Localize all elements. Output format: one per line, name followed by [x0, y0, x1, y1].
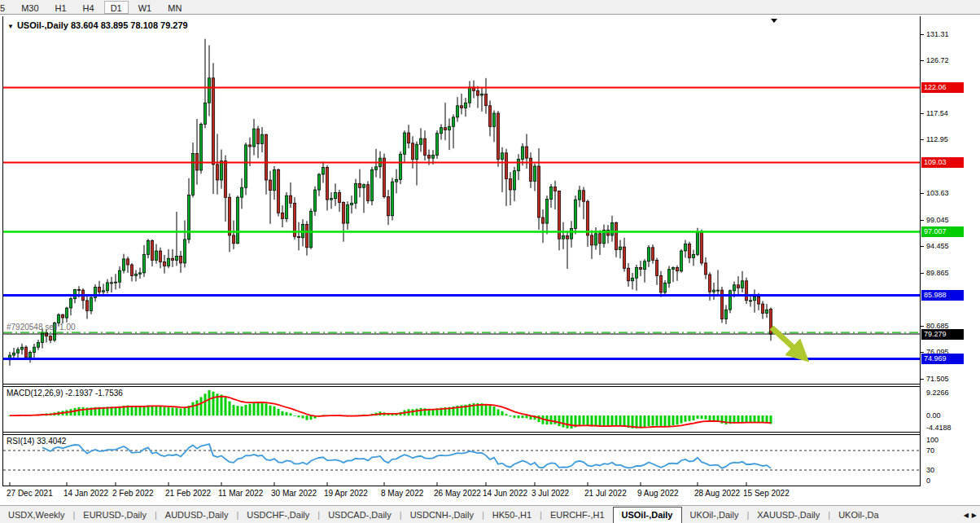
- chart-tab-8[interactable]: USOil-,Daily: [613, 507, 682, 523]
- timeframe-button-w1[interactable]: W1: [132, 1, 159, 14]
- axis-tick: [921, 273, 924, 274]
- rsi-axis-label: 30: [926, 466, 934, 474]
- price-tick-label: 89.865: [926, 269, 949, 277]
- date-tick-label: 21 Feb 2022: [165, 489, 211, 498]
- price-tick-label: 71.505: [926, 375, 949, 383]
- chart-title: ▼USOil-,Daily 83.604 83.895 78.108 79.27…: [7, 20, 188, 30]
- date-tick-label: 8 May 2022: [381, 489, 423, 498]
- date-tick-label: 21 Jul 2022: [584, 489, 627, 498]
- axis-tick: [921, 220, 924, 221]
- price-axis[interactable]: 131.31126.72117.54112.95103.6399.04594.4…: [920, 16, 965, 486]
- tab-scroll-left-icon[interactable]: ◀: [964, 512, 969, 519]
- chart-ohlc-values: 83.604 83.895 78.108 79.279: [71, 20, 188, 30]
- timeframe-button-5[interactable]: 5: [0, 1, 11, 14]
- pane-divider[interactable]: [3, 432, 965, 433]
- main-chart-canvas[interactable]: [3, 16, 920, 384]
- price-level-tag: 109.03: [921, 157, 964, 168]
- pane-divider[interactable]: [3, 384, 965, 385]
- timeframe-button-m30[interactable]: M30: [15, 1, 45, 14]
- axis-tick: [921, 352, 924, 353]
- date-tick-label: 28 Aug 2022: [694, 489, 740, 498]
- chart-tab-10[interactable]: XAUUSD-,Daily: [749, 508, 828, 523]
- chart-tab-0[interactable]: USDX,Weekly: [0, 508, 72, 523]
- macd-indicator-canvas[interactable]: [3, 387, 920, 432]
- macd-axis-label: 0.00: [926, 411, 941, 420]
- rsi-axis-label: 70: [926, 446, 934, 455]
- macd-axis-label: -4.4188: [926, 424, 952, 432]
- price-tick-label: 131.31: [926, 30, 949, 38]
- axis-tick: [921, 113, 924, 114]
- axis-tick: [921, 246, 924, 247]
- timeframe-button-mn[interactable]: MN: [161, 1, 188, 14]
- price-level-tag: 79.279: [921, 329, 964, 340]
- chart-tab-5[interactable]: USDCNH-,Daily: [402, 508, 482, 523]
- chart-tab-7[interactable]: EURCHF-,H1: [542, 508, 613, 523]
- date-tick-label: 3 Jul 2022: [532, 489, 569, 498]
- price-tick-label: 117.54: [926, 109, 948, 117]
- chart-tab-1[interactable]: EURUSD-,Daily: [75, 508, 155, 523]
- chart-tab-4[interactable]: USDCAD-,Daily: [320, 508, 400, 523]
- axis-tick: [921, 139, 924, 140]
- axis-tick: [921, 379, 924, 380]
- date-tick-label: 15 Sep 2022: [743, 489, 790, 498]
- price-tick-label: 94.455: [926, 242, 949, 250]
- date-tick-label: 9 Aug 2022: [637, 489, 679, 498]
- price-tick-label: 112.95: [926, 135, 948, 143]
- date-tick-label: 11 Mar 2022: [218, 489, 263, 498]
- rsi-indicator-canvas[interactable]: [3, 435, 920, 486]
- date-tick-label: 27 Dec 2021: [7, 489, 53, 498]
- timeframe-button-d1[interactable]: D1: [104, 1, 129, 14]
- chart-tab-11[interactable]: UKOil-,Da: [830, 508, 887, 523]
- axis-tick: [921, 326, 924, 327]
- macd-indicator-label: MACD(12,26,9) -2.1937 -1.7536: [7, 389, 123, 398]
- rsi-axis-label: 0: [926, 477, 930, 485]
- rsi-indicator-label: RSI(14) 33.4042: [7, 437, 66, 446]
- price-level-tag: 122.06: [921, 82, 964, 93]
- chart-dropdown-icon[interactable]: ▼: [7, 23, 14, 30]
- price-level-tag: 74.969: [921, 354, 964, 364]
- open-position-label: #7920548 sell 1.00: [7, 323, 76, 332]
- date-tick-label: 19 Apr 2022: [324, 489, 368, 498]
- macd-axis-label: 9.2266: [926, 389, 949, 397]
- chart-tab-6[interactable]: HK50-,H1: [484, 508, 540, 523]
- date-tick-label: 14 Jan 2022: [63, 489, 108, 498]
- axis-tick: [921, 193, 924, 194]
- axis-tick: [921, 60, 924, 61]
- timeframe-button-h4[interactable]: H4: [77, 1, 101, 14]
- time-axis[interactable]: 27 Dec 202114 Jan 20222 Feb 202221 Feb 2…: [3, 487, 920, 502]
- chart-tab-bar: USDX,Weekly|EURUSD-,Daily|AUDUSD-,Daily|…: [0, 505, 980, 523]
- price-level-tag: 85.988: [921, 290, 964, 301]
- chart-tab-3[interactable]: USDCHF-,Daily: [238, 508, 317, 523]
- timeframe-toolbar: 5M30H1H4D1W1MN: [0, 0, 980, 15]
- chart-symbol-label: USOil-,Daily: [17, 20, 68, 30]
- tab-scroll-right-icon[interactable]: ▶: [972, 512, 977, 519]
- date-tick-label: 2 Feb 2022: [112, 489, 154, 498]
- price-level-tag: 97.007: [921, 226, 964, 237]
- chart-shift-icon: [771, 19, 777, 23]
- date-tick-label: 30 Mar 2022: [271, 489, 317, 498]
- window-border-bottom: [2, 486, 965, 486]
- chart-tab-9[interactable]: UKOil-,Daily: [682, 508, 747, 523]
- price-tick-label: 103.63: [926, 189, 949, 197]
- price-tick-label: 99.045: [926, 216, 949, 224]
- chart-tab-2[interactable]: AUDUSD-,Daily: [157, 508, 237, 523]
- timeframe-button-h1[interactable]: H1: [49, 1, 73, 14]
- axis-tick: [921, 34, 924, 35]
- rsi-axis-label: 100: [926, 436, 938, 444]
- down-arrow-annotation: [772, 327, 803, 356]
- date-tick-label: 26 May 2022: [434, 489, 481, 498]
- price-tick-label: 126.72: [926, 56, 949, 64]
- date-tick-label: 14 Jun 2022: [483, 489, 527, 498]
